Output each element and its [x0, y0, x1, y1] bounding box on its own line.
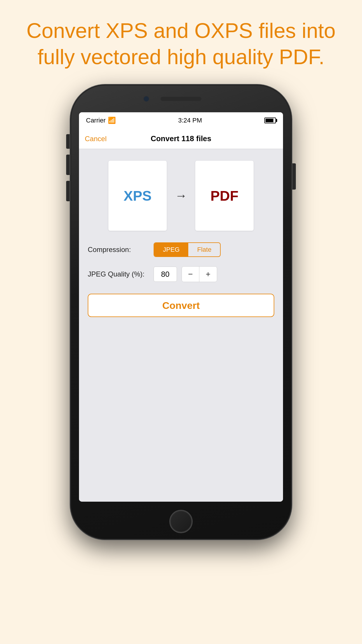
battery-fill — [266, 119, 273, 122]
cancel-button[interactable]: Cancel — [85, 135, 107, 143]
source-format-label: XPS — [124, 188, 152, 204]
status-left: Carrier 📶 — [86, 117, 116, 124]
target-file-card: PDF — [195, 161, 254, 231]
target-format-label: PDF — [210, 188, 238, 204]
conversion-arrow-icon: → — [175, 189, 187, 203]
phone-screen: Carrier 📶 3:24 PM Cancel Convert 118 fil… — [79, 112, 283, 502]
conversion-visual: XPS → PDF — [88, 161, 274, 231]
power-button — [292, 163, 296, 190]
quality-input[interactable] — [154, 267, 177, 282]
quality-row: JPEG Quality (%): − + — [88, 266, 274, 282]
app-headline: Convert XPS and OXPS files into fully ve… — [0, 0, 362, 82]
settings-section: Compression: JPEG Flate JPEG Quality (%)… — [88, 242, 274, 282]
quality-label: JPEG Quality (%): — [88, 270, 149, 278]
phone-camera — [143, 96, 150, 102]
volume-down-button — [66, 181, 70, 201]
phone-speaker — [161, 97, 201, 101]
carrier-label: Carrier — [86, 117, 106, 124]
status-bar: Carrier 📶 3:24 PM — [79, 112, 283, 129]
mute-button — [66, 134, 70, 149]
compression-row: Compression: JPEG Flate — [88, 242, 274, 257]
source-file-card: XPS — [108, 161, 167, 231]
quality-stepper[interactable]: − + — [182, 266, 217, 282]
nav-title: Convert 118 files — [151, 134, 211, 143]
compression-jpeg-option[interactable]: JPEG — [154, 243, 188, 256]
wifi-icon: 📶 — [108, 117, 116, 124]
quality-increment-button[interactable]: + — [199, 267, 217, 282]
volume-up-button — [66, 155, 70, 175]
navigation-bar: Cancel Convert 118 files — [79, 129, 283, 149]
app-content: XPS → PDF Compression: JPEG Flate — [79, 149, 283, 502]
status-right — [264, 118, 276, 123]
battery-icon — [264, 118, 276, 123]
compression-flate-option[interactable]: Flate — [188, 243, 220, 256]
convert-button[interactable]: Convert — [88, 294, 274, 317]
status-time: 3:24 PM — [178, 117, 202, 124]
phone-mockup: Carrier 📶 3:24 PM Cancel Convert 118 fil… — [70, 85, 292, 540]
quality-decrement-button[interactable]: − — [182, 267, 199, 282]
compression-label: Compression: — [88, 246, 149, 254]
home-button[interactable] — [169, 510, 193, 533]
compression-segmented-control[interactable]: JPEG Flate — [154, 242, 221, 257]
